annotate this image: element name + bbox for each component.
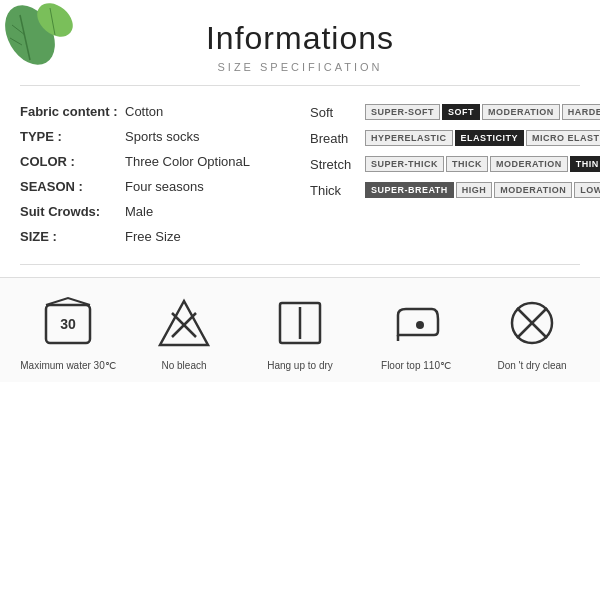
specs-left: Fabric content : CottonTYPE : Sports soc… <box>20 104 290 254</box>
care-item-iron: Floor top 110℃ <box>366 293 466 372</box>
care-item-no-dry-clean: Don 't dry clean <box>482 293 582 372</box>
care-label-no-dry-clean: Don 't dry clean <box>497 359 566 372</box>
rating-bar: HARDER <box>562 104 600 120</box>
spec-label: Suit Crowds: <box>20 204 125 219</box>
header-divider <box>20 85 580 86</box>
care-icons-row: 30 Maximum water 30℃ No bleach Hang up t… <box>10 293 590 372</box>
care-label-wash: Maximum water 30℃ <box>20 359 115 372</box>
rating-row: ThickSUPER-BREATHHIGHMODERATIONLOW <box>310 182 580 198</box>
rating-bar: SUPER-BREATH <box>365 182 454 198</box>
care-icon-iron <box>386 293 446 353</box>
spec-label: Fabric content : <box>20 104 125 119</box>
rating-row: BreathHYPERELASTICELASTICITYMICRO ELASTI… <box>310 130 580 146</box>
specs-right: SoftSUPER-SOFTSOFTMODERATIONHARDERBreath… <box>310 104 580 254</box>
care-icon-no-bleach <box>154 293 214 353</box>
page-title: Informations <box>0 20 600 57</box>
care-item-hang-dry: Hang up to dry <box>250 293 350 372</box>
rating-bars: SUPER-SOFTSOFTMODERATIONHARDER <box>365 104 600 120</box>
content-area: Fabric content : CottonTYPE : Sports soc… <box>0 94 600 254</box>
rating-bar: THIN <box>570 156 600 172</box>
spec-value: Sports socks <box>125 129 199 144</box>
rating-label: Breath <box>310 131 365 146</box>
care-label-hang-dry: Hang up to dry <box>267 359 333 372</box>
care-icon-wash: 30 <box>38 293 98 353</box>
rating-bar: MODERATION <box>490 156 568 172</box>
rating-bar: ELASTICITY <box>455 130 525 146</box>
spec-label: SIZE : <box>20 229 125 244</box>
care-icon-no-dry-clean <box>502 293 562 353</box>
spec-label: TYPE : <box>20 129 125 144</box>
main-container: Informations SIZE SPECIFICATION Fabric c… <box>0 0 600 600</box>
spec-label: COLOR : <box>20 154 125 169</box>
rating-bar: SUPER-THICK <box>365 156 444 172</box>
rating-label: Thick <box>310 183 365 198</box>
spec-value: Four seasons <box>125 179 204 194</box>
spec-label: SEASON : <box>20 179 125 194</box>
rating-label: Stretch <box>310 157 365 172</box>
spec-row: TYPE : Sports socks <box>20 129 290 144</box>
spec-row: COLOR : Three Color OptionaL <box>20 154 290 169</box>
spec-row: Fabric content : Cotton <box>20 104 290 119</box>
header: Informations SIZE SPECIFICATION <box>0 0 600 77</box>
care-item-no-bleach: No bleach <box>134 293 234 372</box>
care-icon-hang-dry <box>270 293 330 353</box>
page-subtitle: SIZE SPECIFICATION <box>0 61 600 73</box>
rating-bar: MODERATION <box>482 104 560 120</box>
rating-bar: HYPERELASTIC <box>365 130 453 146</box>
rating-bar: SOFT <box>442 104 480 120</box>
svg-point-13 <box>416 321 424 329</box>
leaf-decoration <box>0 0 80 80</box>
spec-row: SIZE : Free Size <box>20 229 290 244</box>
rating-bar: MICRO ELASTIC <box>526 130 600 146</box>
svg-text:30: 30 <box>60 316 76 332</box>
rating-bar: LOW <box>574 182 600 198</box>
rating-bars: HYPERELASTICELASTICITYMICRO ELASTICINELA… <box>365 130 600 146</box>
rating-row: SoftSUPER-SOFTSOFTMODERATIONHARDER <box>310 104 580 120</box>
spec-row: Suit Crowds: Male <box>20 204 290 219</box>
rating-bar: THICK <box>446 156 488 172</box>
care-label-iron: Floor top 110℃ <box>381 359 451 372</box>
spec-value: Free Size <box>125 229 181 244</box>
spec-value: Cotton <box>125 104 163 119</box>
svg-marker-8 <box>160 301 208 345</box>
spec-value: Male <box>125 204 153 219</box>
care-label-no-bleach: No bleach <box>161 359 206 372</box>
rating-bars: SUPER-BREATHHIGHMODERATIONLOW <box>365 182 600 198</box>
rating-bar: MODERATION <box>494 182 572 198</box>
bottom-divider <box>20 264 580 265</box>
care-section: 30 Maximum water 30℃ No bleach Hang up t… <box>0 277 600 382</box>
care-item-wash: 30 Maximum water 30℃ <box>18 293 118 372</box>
rating-bar: HIGH <box>456 182 493 198</box>
spec-value: Three Color OptionaL <box>125 154 250 169</box>
rating-label: Soft <box>310 105 365 120</box>
rating-row: StretchSUPER-THICKTHICKMODERATIONTHIN <box>310 156 580 172</box>
spec-row: SEASON : Four seasons <box>20 179 290 194</box>
rating-bar: SUPER-SOFT <box>365 104 440 120</box>
rating-bars: SUPER-THICKTHICKMODERATIONTHIN <box>365 156 600 172</box>
